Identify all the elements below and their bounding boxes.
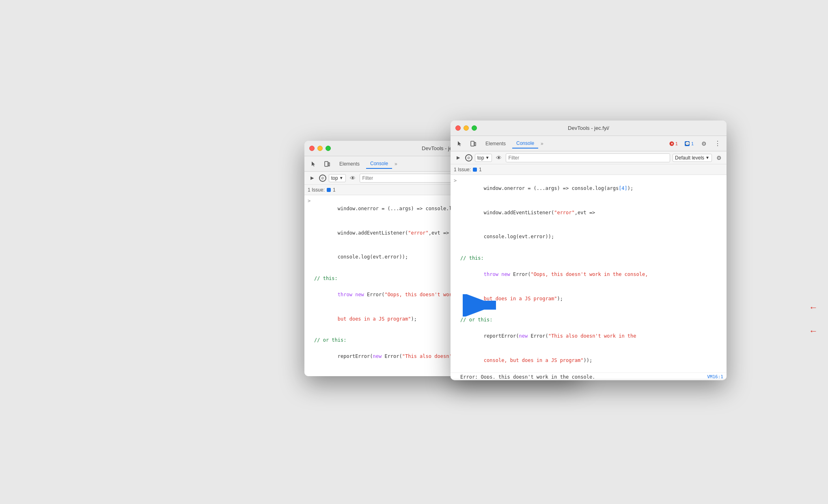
title-bar-front: DevTools - jec.fyi/	[451, 121, 727, 136]
code-report2-front: console, but does in a JS program"));	[451, 349, 727, 373]
svg-rect-6	[327, 188, 331, 192]
more-icon-front[interactable]: ⋮	[712, 138, 723, 149]
tab-elements-back[interactable]: Elements	[335, 159, 364, 168]
error-badge-front: ✕ 1	[667, 141, 680, 146]
cursor-icon[interactable]	[308, 159, 319, 169]
info-badge-front: 💬 1	[682, 140, 696, 147]
cursor-icon-front[interactable]	[454, 138, 465, 149]
eye-icon-back[interactable]: 👁	[348, 174, 357, 183]
eye-icon-front[interactable]: 👁	[494, 153, 503, 162]
tab-more-front[interactable]: »	[541, 141, 543, 146]
issues-bar-front: 1 Issue: 1	[451, 164, 727, 175]
code-throw-front: throw new Error("Oops, this doesn't work…	[451, 263, 727, 287]
tab-console-front[interactable]: Console	[512, 139, 538, 149]
red-arrow-2: ←	[809, 326, 818, 336]
code-line-3-front: console.log(evt.error));	[451, 225, 727, 249]
settings-icon-front[interactable]: ⚙	[698, 138, 709, 149]
settings-icon-console-front[interactable]: ⚙	[714, 153, 723, 162]
filter-input-front[interactable]	[506, 153, 670, 162]
traffic-lights-front	[455, 125, 477, 131]
code-line-2-front: window.addEventListener("error",evt =>	[451, 201, 727, 225]
levels-dropdown-front[interactable]: Default levels ▼	[673, 154, 712, 162]
svg-rect-1	[328, 163, 330, 166]
svg-text:✕: ✕	[670, 142, 673, 146]
close-button-front[interactable]	[455, 125, 461, 131]
console-content-front: window.onerror = (...args) => console.lo…	[451, 175, 727, 379]
main-toolbar-front: Elements Console » ✕ 1 💬 1 ⚙ ⋮	[451, 136, 727, 151]
tab-more-back[interactable]: »	[395, 161, 397, 167]
devtools-window-front: DevTools - jec.fyi/ Elements Console » ✕…	[451, 121, 727, 380]
code-comment-2-front: // or this:	[451, 316, 727, 324]
svg-rect-14	[473, 168, 477, 172]
play-icon-back[interactable]: ▶	[308, 174, 317, 183]
maximize-button-back[interactable]	[326, 146, 331, 151]
device-icon-front[interactable]	[468, 138, 479, 149]
code-comment-1-front: // this:	[451, 254, 727, 263]
code-line-1-front: window.onerror = (...args) => console.lo…	[451, 177, 727, 201]
device-icon[interactable]	[321, 159, 333, 169]
window-title-front: DevTools - jec.fyi/	[568, 125, 609, 131]
error-msg-1-front: Error: Oops, this doesn't work in the co…	[451, 373, 727, 379]
block-icon-back[interactable]: ⊘	[319, 174, 326, 182]
maximize-button-front[interactable]	[472, 125, 477, 131]
context-dropdown-front[interactable]: top ▼	[475, 154, 492, 162]
context-dropdown-back[interactable]: top ▼	[329, 174, 346, 182]
close-button-back[interactable]	[309, 146, 315, 151]
svg-rect-8	[471, 141, 474, 146]
tab-console-back[interactable]: Console	[366, 159, 392, 169]
traffic-lights-back	[309, 146, 331, 151]
console-toolbar-front: ▶ ⊘ top ▼ 👁 Default levels ▼ ⚙	[451, 151, 727, 164]
svg-text:💬: 💬	[685, 141, 690, 146]
blue-arrow	[463, 294, 503, 317]
vm-link-1-front[interactable]: VM16:1	[707, 374, 723, 379]
minimize-button-back[interactable]	[317, 146, 323, 151]
svg-rect-0	[325, 162, 328, 166]
play-icon-front[interactable]: ▶	[454, 153, 463, 162]
tab-elements-front[interactable]: Elements	[481, 139, 510, 148]
red-arrow-1: ←	[809, 302, 818, 313]
code-report-front: reportError(new Error("This also doesn't…	[451, 324, 727, 349]
minimize-button-front[interactable]	[464, 125, 469, 131]
svg-rect-9	[474, 142, 476, 146]
block-icon-front[interactable]: ⊘	[465, 154, 472, 162]
